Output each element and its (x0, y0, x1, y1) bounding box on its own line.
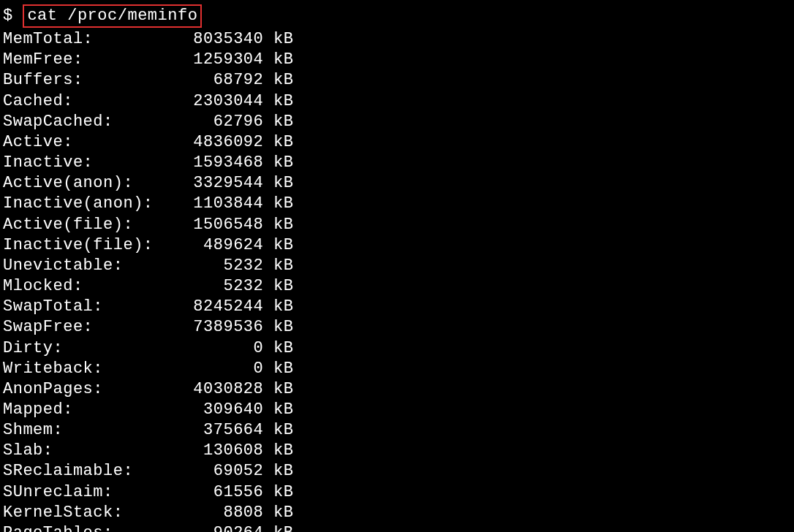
meminfo-label: Cached: (3, 92, 163, 110)
meminfo-label: KernelStack: (3, 503, 163, 522)
meminfo-label: MemTotal: (3, 30, 163, 48)
meminfo-row: PageTables: 90264 kB (3, 523, 791, 532)
meminfo-row: Mapped: 309640 kB (3, 400, 791, 420)
meminfo-value: 8035340 (163, 30, 263, 48)
meminfo-row: Slab: 130608 kB (3, 441, 791, 461)
meminfo-label: MemFree: (3, 50, 163, 69)
meminfo-value: 2303044 (163, 92, 263, 110)
meminfo-unit: kB (263, 360, 293, 378)
meminfo-value: 4836092 (163, 133, 263, 151)
meminfo-row: SReclaimable: 69052 kB (3, 461, 791, 482)
meminfo-row: Active(anon): 3329544 kB (3, 173, 791, 194)
meminfo-unit: kB (263, 421, 293, 439)
meminfo-label: Mapped: (3, 400, 163, 419)
meminfo-value: 8808 (163, 503, 263, 522)
meminfo-row: MemTotal: 8035340 kB (3, 29, 791, 50)
meminfo-label: Active: (3, 133, 163, 151)
meminfo-unit: kB (263, 174, 293, 192)
meminfo-row: SUnreclaim: 61556 kB (3, 482, 791, 503)
meminfo-value: 68792 (163, 71, 263, 89)
meminfo-unit: kB (263, 216, 293, 234)
meminfo-unit: kB (263, 71, 293, 89)
meminfo-label: Dirty: (3, 339, 163, 357)
meminfo-row: SwapCached: 62796 kB (3, 112, 791, 132)
meminfo-unit: kB (263, 524, 293, 532)
meminfo-unit: kB (263, 92, 293, 110)
meminfo-row: Buffers: 68792 kB (3, 70, 791, 91)
meminfo-unit: kB (263, 30, 293, 48)
meminfo-unit: kB (263, 380, 293, 398)
meminfo-label: Inactive(file): (3, 236, 163, 254)
meminfo-row: SwapFree: 7389536 kB (3, 317, 791, 338)
meminfo-unit: kB (263, 153, 293, 172)
meminfo-row: Dirty: 0 kB (3, 338, 791, 359)
meminfo-row: Active: 4836092 kB (3, 132, 791, 153)
meminfo-label: Inactive: (3, 153, 163, 172)
meminfo-value: 7389536 (163, 318, 263, 336)
meminfo-value: 61556 (163, 483, 263, 501)
meminfo-unit: kB (263, 113, 293, 131)
meminfo-row: Cached: 2303044 kB (3, 91, 791, 112)
prompt-symbol: $ (3, 7, 13, 25)
meminfo-row: Inactive: 1593468 kB (3, 153, 791, 173)
meminfo-unit: kB (263, 277, 293, 295)
meminfo-value: 130608 (163, 441, 263, 460)
meminfo-label: SwapFree: (3, 318, 163, 336)
meminfo-label: Slab: (3, 441, 163, 460)
meminfo-value: 1593468 (163, 153, 263, 172)
meminfo-row: Inactive(file): 489624 kB (3, 235, 791, 256)
meminfo-value: 0 (163, 339, 263, 357)
meminfo-unit: kB (263, 236, 293, 254)
meminfo-value: 375664 (163, 421, 263, 439)
meminfo-unit: kB (263, 194, 293, 213)
meminfo-label: Writeback: (3, 360, 163, 378)
command-text-highlighted: cat /proc/meminfo (23, 4, 202, 28)
meminfo-label: SReclaimable: (3, 462, 163, 480)
meminfo-label: Shmem: (3, 421, 163, 439)
meminfo-label: Mlocked: (3, 277, 163, 295)
meminfo-row: Unevictable: 5232 kB (3, 256, 791, 276)
meminfo-value: 309640 (163, 400, 263, 419)
meminfo-value: 4030828 (163, 380, 263, 398)
meminfo-unit: kB (263, 483, 293, 501)
meminfo-row: Shmem: 375664 kB (3, 420, 791, 441)
meminfo-row: MemFree: 1259304 kB (3, 50, 791, 70)
meminfo-value: 1103844 (163, 194, 263, 213)
meminfo-label: Buffers: (3, 71, 163, 89)
meminfo-row: SwapTotal: 8245244 kB (3, 297, 791, 317)
meminfo-value: 489624 (163, 236, 263, 254)
meminfo-value: 5232 (163, 277, 263, 295)
meminfo-row: KernelStack: 8808 kB (3, 503, 791, 523)
meminfo-label: Unevictable: (3, 256, 163, 275)
meminfo-value: 8245244 (163, 297, 263, 316)
meminfo-unit: kB (263, 297, 293, 316)
meminfo-unit: kB (263, 318, 293, 336)
meminfo-value: 1506548 (163, 216, 263, 234)
meminfo-value: 5232 (163, 256, 263, 275)
meminfo-value: 1259304 (163, 50, 263, 69)
meminfo-value: 3329544 (163, 174, 263, 192)
meminfo-label: Active(file): (3, 216, 163, 234)
meminfo-value: 0 (163, 360, 263, 378)
meminfo-unit: kB (263, 503, 293, 522)
meminfo-unit: kB (263, 50, 293, 69)
meminfo-unit: kB (263, 256, 293, 275)
command-prompt-line[interactable]: $ cat /proc/meminfo (3, 4, 791, 28)
meminfo-unit: kB (263, 133, 293, 151)
meminfo-unit: kB (263, 400, 293, 419)
meminfo-row: Mlocked: 5232 kB (3, 276, 791, 297)
meminfo-label: Inactive(anon): (3, 194, 163, 213)
meminfo-label: PageTables: (3, 524, 163, 532)
meminfo-row: Inactive(anon): 1103844 kB (3, 194, 791, 214)
meminfo-value: 90264 (163, 524, 263, 532)
meminfo-label: Active(anon): (3, 174, 163, 192)
meminfo-unit: kB (263, 339, 293, 357)
meminfo-row: AnonPages: 4030828 kB (3, 379, 791, 400)
meminfo-label: SwapCached: (3, 113, 163, 131)
meminfo-label: AnonPages: (3, 380, 163, 398)
meminfo-row: Active(file): 1506548 kB (3, 215, 791, 235)
meminfo-row: Writeback: 0 kB (3, 359, 791, 379)
meminfo-value: 69052 (163, 462, 263, 480)
meminfo-output: MemTotal: 8035340 kBMemFree: 1259304 kBB… (3, 29, 791, 532)
meminfo-label: SwapTotal: (3, 297, 163, 316)
